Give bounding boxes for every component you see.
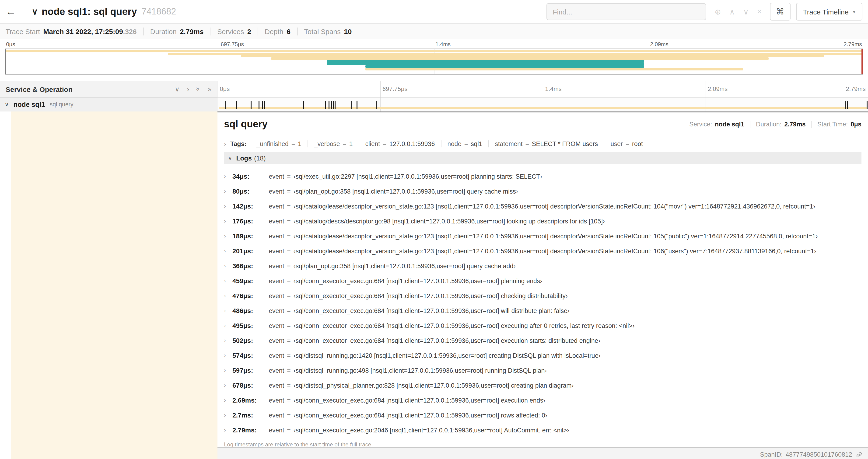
- expand-all-icon[interactable]: »: [208, 85, 211, 93]
- log-marker-tick[interactable]: [331, 101, 332, 109]
- log-row[interactable]: › 189μs: event = ‹sql/catalog/lease/desc…: [224, 229, 862, 243]
- left-gutter: [0, 111, 11, 459]
- minimap-right-scrubber[interactable]: [862, 49, 863, 74]
- log-chevron-icon[interactable]: ›: [224, 397, 232, 403]
- log-row[interactable]: › 476μs: event = ‹sql/conn_executor_exec…: [224, 288, 862, 303]
- log-marker-tick[interactable]: [847, 101, 848, 109]
- log-row[interactable]: › 678μs: event = ‹sql/distsql_physical_p…: [224, 378, 862, 393]
- log-chevron-icon[interactable]: ›: [224, 367, 232, 374]
- logs-section-header[interactable]: ∨ Logs (18): [224, 152, 862, 164]
- log-row[interactable]: › 2.79ms: event = ‹sql/conn_executor_exe…: [224, 423, 862, 437]
- ruler-tick-label: 0μs: [217, 85, 229, 92]
- log-marker-tick[interactable]: [375, 101, 376, 109]
- log-timestamp: 678μs:: [232, 382, 269, 389]
- log-marker-tick[interactable]: [335, 101, 336, 109]
- log-timestamp: 34μs:: [232, 173, 269, 180]
- log-row[interactable]: › 2.69ms: event = ‹sql/conn_executor_exe…: [224, 393, 862, 408]
- minimap-left-scrubber[interactable]: [5, 49, 6, 74]
- equals-sign: =: [291, 140, 295, 147]
- log-marker-tick[interactable]: [329, 101, 330, 109]
- log-chevron-icon[interactable]: ›: [224, 173, 232, 179]
- log-chevron-icon[interactable]: ›: [224, 203, 232, 209]
- log-row[interactable]: › 574μs: event = ‹sql/distsql_running.go…: [224, 348, 862, 363]
- log-row[interactable]: › 366μs: event = ‹sql/plan_opt.go:358 [n…: [224, 258, 862, 273]
- log-row[interactable]: › 142μs: event = ‹sql/catalog/lease/desc…: [224, 199, 862, 214]
- span-id-bar: SpanID: 4877749850101760812: [217, 448, 868, 459]
- log-chevron-icon[interactable]: ›: [224, 277, 232, 284]
- log-marker-tick[interactable]: [265, 101, 265, 109]
- log-marker-tick[interactable]: [236, 101, 237, 109]
- log-marker-tick[interactable]: [225, 101, 226, 109]
- log-row[interactable]: › 80μs: event = ‹sql/plan_opt.go:358 [ns…: [224, 184, 862, 199]
- log-chevron-icon[interactable]: ›: [224, 322, 232, 329]
- log-chevron-icon[interactable]: ›: [224, 427, 232, 433]
- summary-value: March 31 2022, 17:25:09: [43, 27, 123, 35]
- log-chevron-icon[interactable]: ›: [224, 382, 232, 389]
- service-operation-title: Service & Operation: [6, 85, 175, 93]
- span-duration-bar[interactable]: [219, 107, 867, 109]
- log-value: ‹sql/conn_executor_exec.go:684 [nsql1,cl…: [293, 397, 862, 404]
- log-chevron-icon[interactable]: ›: [224, 292, 232, 299]
- log-row[interactable]: › 502μs: event = ‹sql/conn_executor_exec…: [224, 333, 862, 348]
- log-marker-tick[interactable]: [251, 101, 251, 109]
- log-marker-tick[interactable]: [333, 101, 334, 109]
- log-chevron-icon[interactable]: ›: [224, 188, 232, 195]
- span-row[interactable]: ∨ node sql1 sql query: [0, 97, 868, 111]
- link-icon[interactable]: [856, 451, 862, 458]
- keyboard-shortcuts-button[interactable]: ⌘: [770, 3, 790, 21]
- log-marker-tick[interactable]: [325, 101, 326, 109]
- prev-result-icon[interactable]: ∧: [730, 7, 735, 16]
- log-row[interactable]: › 2.7ms: event = ‹sql/conn_executor_exec…: [224, 408, 862, 423]
- span-track[interactable]: [217, 97, 868, 111]
- log-row[interactable]: › 459μs: event = ‹sql/conn_executor_exec…: [224, 273, 862, 288]
- log-marker-tick[interactable]: [258, 101, 259, 109]
- tag-pair: statement = SELECT * FROM users: [489, 140, 604, 147]
- next-result-icon[interactable]: ∨: [743, 7, 748, 16]
- log-chevron-icon[interactable]: ›: [224, 218, 232, 224]
- log-row[interactable]: › 495μs: event = ‹sql/conn_executor_exec…: [224, 318, 862, 333]
- span-name-cell[interactable]: ∨ node sql1 sql query: [0, 97, 217, 111]
- log-row[interactable]: › 597μs: event = ‹sql/distsql_running.go…: [224, 363, 862, 378]
- log-marker-tick[interactable]: [867, 101, 868, 109]
- log-timestamp: 189μs:: [232, 232, 269, 240]
- find-input[interactable]: [552, 7, 701, 16]
- log-marker-tick[interactable]: [357, 101, 358, 109]
- log-chevron-icon[interactable]: ›: [224, 263, 232, 269]
- trace-title-chevron-icon[interactable]: ∨: [32, 6, 38, 17]
- log-chevron-icon[interactable]: ›: [224, 412, 232, 418]
- minimap-tick-label: 697.75μs: [219, 41, 244, 47]
- span-collapse-icon[interactable]: ∨: [5, 101, 9, 108]
- tags-label[interactable]: Tags:: [230, 140, 247, 147]
- log-chevron-icon[interactable]: ›: [224, 248, 232, 254]
- log-chevron-icon[interactable]: ›: [224, 337, 232, 344]
- log-row[interactable]: › 34μs: event = ‹sql/exec_util.go:2297 […: [224, 169, 862, 184]
- log-chevron-icon[interactable]: ›: [224, 352, 232, 359]
- log-marker-tick[interactable]: [262, 101, 263, 109]
- log-marker-tick[interactable]: [351, 101, 352, 109]
- equals-sign: =: [287, 262, 291, 269]
- expand-one-icon[interactable]: ›: [187, 85, 189, 93]
- summary-value: 2: [247, 27, 251, 35]
- collapse-all-icon[interactable]: »: [195, 87, 202, 91]
- span-id-label: SpanID:: [760, 451, 783, 458]
- tag-key: _verbose: [314, 140, 340, 147]
- tags-chevron-icon[interactable]: ›: [224, 140, 226, 147]
- log-value: ‹sql/distsql_running.go:498 [nsql1,clien…: [293, 367, 862, 374]
- back-button[interactable]: ←: [6, 6, 24, 18]
- collapse-one-icon[interactable]: ∨: [175, 85, 180, 93]
- log-row[interactable]: › 176μs: event = ‹sql/catalog/descs/desc…: [224, 214, 862, 229]
- equals-sign: =: [287, 248, 291, 255]
- minimap-graph[interactable]: [5, 48, 863, 75]
- log-marker-tick[interactable]: [845, 101, 846, 109]
- trace-view-dropdown[interactable]: Trace Timeline ▾: [796, 3, 862, 21]
- log-marker-tick[interactable]: [303, 101, 304, 109]
- log-row[interactable]: › 201μs: event = ‹sql/catalog/lease/desc…: [224, 243, 862, 258]
- clear-search-icon[interactable]: ×: [757, 7, 762, 16]
- tag-value: 127.0.0.1:59936: [389, 140, 435, 147]
- minimap-span-bar: [327, 60, 644, 63]
- log-chevron-icon[interactable]: ›: [224, 233, 232, 239]
- log-row[interactable]: › 486μs: event = ‹sql/conn_executor_exec…: [224, 303, 862, 318]
- collapse-controls: ∨ › » »: [175, 85, 211, 93]
- focus-match-icon[interactable]: ⊕: [715, 7, 721, 16]
- log-chevron-icon[interactable]: ›: [224, 307, 232, 314]
